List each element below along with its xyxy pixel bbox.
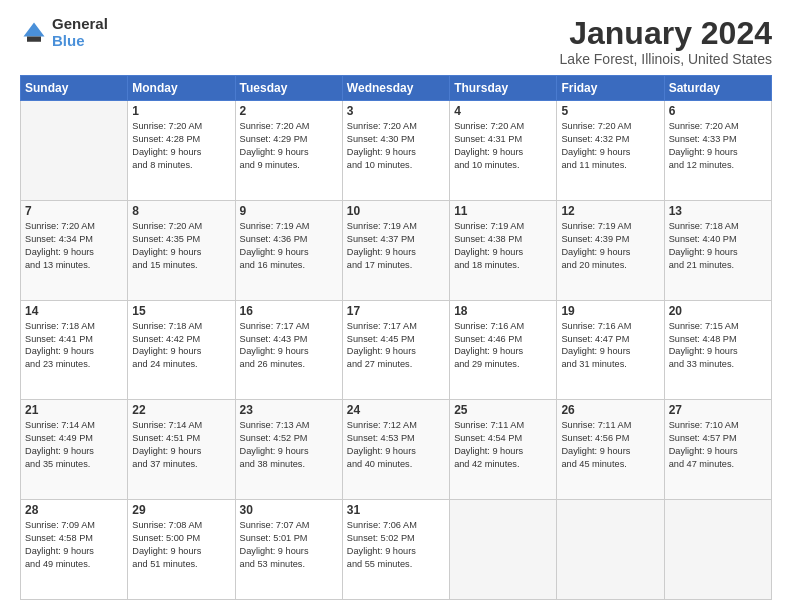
day-number: 4 xyxy=(454,104,552,118)
calendar-cell xyxy=(557,500,664,600)
calendar-cell: 23Sunrise: 7:13 AMSunset: 4:52 PMDayligh… xyxy=(235,400,342,500)
cell-content: Sunrise: 7:12 AMSunset: 4:53 PMDaylight:… xyxy=(347,419,445,471)
logo-general-text: General xyxy=(52,16,108,33)
page: General Blue January 2024 Lake Forest, I… xyxy=(0,0,792,612)
day-number: 13 xyxy=(669,204,767,218)
calendar-cell: 10Sunrise: 7:19 AMSunset: 4:37 PMDayligh… xyxy=(342,200,449,300)
calendar-cell: 5Sunrise: 7:20 AMSunset: 4:32 PMDaylight… xyxy=(557,101,664,201)
calendar-cell: 3Sunrise: 7:20 AMSunset: 4:30 PMDaylight… xyxy=(342,101,449,201)
calendar-cell: 29Sunrise: 7:08 AMSunset: 5:00 PMDayligh… xyxy=(128,500,235,600)
week-row-3: 14Sunrise: 7:18 AMSunset: 4:41 PMDayligh… xyxy=(21,300,772,400)
header-cell-wednesday: Wednesday xyxy=(342,76,449,101)
header-cell-friday: Friday xyxy=(557,76,664,101)
calendar-cell: 24Sunrise: 7:12 AMSunset: 4:53 PMDayligh… xyxy=(342,400,449,500)
calendar-cell: 21Sunrise: 7:14 AMSunset: 4:49 PMDayligh… xyxy=(21,400,128,500)
day-number: 27 xyxy=(669,403,767,417)
cell-content: Sunrise: 7:20 AMSunset: 4:31 PMDaylight:… xyxy=(454,120,552,172)
calendar-cell: 19Sunrise: 7:16 AMSunset: 4:47 PMDayligh… xyxy=(557,300,664,400)
calendar-cell: 4Sunrise: 7:20 AMSunset: 4:31 PMDaylight… xyxy=(450,101,557,201)
day-number: 5 xyxy=(561,104,659,118)
cell-content: Sunrise: 7:19 AMSunset: 4:37 PMDaylight:… xyxy=(347,220,445,272)
cell-content: Sunrise: 7:20 AMSunset: 4:33 PMDaylight:… xyxy=(669,120,767,172)
logo-blue-text: Blue xyxy=(52,33,108,50)
day-number: 18 xyxy=(454,304,552,318)
cell-content: Sunrise: 7:17 AMSunset: 4:45 PMDaylight:… xyxy=(347,320,445,372)
calendar-cell: 14Sunrise: 7:18 AMSunset: 4:41 PMDayligh… xyxy=(21,300,128,400)
week-row-1: 1Sunrise: 7:20 AMSunset: 4:28 PMDaylight… xyxy=(21,101,772,201)
day-number: 31 xyxy=(347,503,445,517)
calendar-cell: 12Sunrise: 7:19 AMSunset: 4:39 PMDayligh… xyxy=(557,200,664,300)
day-number: 14 xyxy=(25,304,123,318)
day-number: 29 xyxy=(132,503,230,517)
calendar-cell: 18Sunrise: 7:16 AMSunset: 4:46 PMDayligh… xyxy=(450,300,557,400)
day-number: 1 xyxy=(132,104,230,118)
logo: General Blue xyxy=(20,16,108,49)
header-cell-saturday: Saturday xyxy=(664,76,771,101)
day-number: 3 xyxy=(347,104,445,118)
day-number: 26 xyxy=(561,403,659,417)
calendar-cell: 13Sunrise: 7:18 AMSunset: 4:40 PMDayligh… xyxy=(664,200,771,300)
day-number: 10 xyxy=(347,204,445,218)
calendar-subtitle: Lake Forest, Illinois, United States xyxy=(560,51,772,67)
calendar-cell: 20Sunrise: 7:15 AMSunset: 4:48 PMDayligh… xyxy=(664,300,771,400)
cell-content: Sunrise: 7:18 AMSunset: 4:40 PMDaylight:… xyxy=(669,220,767,272)
cell-content: Sunrise: 7:10 AMSunset: 4:57 PMDaylight:… xyxy=(669,419,767,471)
header-cell-sunday: Sunday xyxy=(21,76,128,101)
calendar-cell: 15Sunrise: 7:18 AMSunset: 4:42 PMDayligh… xyxy=(128,300,235,400)
calendar-cell: 11Sunrise: 7:19 AMSunset: 4:38 PMDayligh… xyxy=(450,200,557,300)
header-row: SundayMondayTuesdayWednesdayThursdayFrid… xyxy=(21,76,772,101)
calendar-cell: 16Sunrise: 7:17 AMSunset: 4:43 PMDayligh… xyxy=(235,300,342,400)
calendar-cell: 2Sunrise: 7:20 AMSunset: 4:29 PMDaylight… xyxy=(235,101,342,201)
cell-content: Sunrise: 7:13 AMSunset: 4:52 PMDaylight:… xyxy=(240,419,338,471)
cell-content: Sunrise: 7:17 AMSunset: 4:43 PMDaylight:… xyxy=(240,320,338,372)
day-number: 28 xyxy=(25,503,123,517)
day-number: 24 xyxy=(347,403,445,417)
svg-marker-0 xyxy=(24,22,45,36)
calendar-cell: 31Sunrise: 7:06 AMSunset: 5:02 PMDayligh… xyxy=(342,500,449,600)
cell-content: Sunrise: 7:11 AMSunset: 4:54 PMDaylight:… xyxy=(454,419,552,471)
day-number: 22 xyxy=(132,403,230,417)
title-block: January 2024 Lake Forest, Illinois, Unit… xyxy=(560,16,772,67)
day-number: 19 xyxy=(561,304,659,318)
calendar-cell: 27Sunrise: 7:10 AMSunset: 4:57 PMDayligh… xyxy=(664,400,771,500)
cell-content: Sunrise: 7:20 AMSunset: 4:32 PMDaylight:… xyxy=(561,120,659,172)
calendar-cell: 30Sunrise: 7:07 AMSunset: 5:01 PMDayligh… xyxy=(235,500,342,600)
cell-content: Sunrise: 7:09 AMSunset: 4:58 PMDaylight:… xyxy=(25,519,123,571)
week-row-5: 28Sunrise: 7:09 AMSunset: 4:58 PMDayligh… xyxy=(21,500,772,600)
cell-content: Sunrise: 7:19 AMSunset: 4:39 PMDaylight:… xyxy=(561,220,659,272)
week-row-2: 7Sunrise: 7:20 AMSunset: 4:34 PMDaylight… xyxy=(21,200,772,300)
calendar-cell xyxy=(450,500,557,600)
logo-icon xyxy=(20,19,48,47)
calendar-table: SundayMondayTuesdayWednesdayThursdayFrid… xyxy=(20,75,772,600)
day-number: 23 xyxy=(240,403,338,417)
svg-rect-1 xyxy=(27,36,41,41)
calendar-cell: 17Sunrise: 7:17 AMSunset: 4:45 PMDayligh… xyxy=(342,300,449,400)
cell-content: Sunrise: 7:16 AMSunset: 4:47 PMDaylight:… xyxy=(561,320,659,372)
calendar-cell xyxy=(664,500,771,600)
day-number: 11 xyxy=(454,204,552,218)
calendar-cell xyxy=(21,101,128,201)
calendar-cell: 26Sunrise: 7:11 AMSunset: 4:56 PMDayligh… xyxy=(557,400,664,500)
day-number: 30 xyxy=(240,503,338,517)
day-number: 6 xyxy=(669,104,767,118)
day-number: 8 xyxy=(132,204,230,218)
calendar-title: January 2024 xyxy=(560,16,772,51)
cell-content: Sunrise: 7:16 AMSunset: 4:46 PMDaylight:… xyxy=(454,320,552,372)
cell-content: Sunrise: 7:20 AMSunset: 4:34 PMDaylight:… xyxy=(25,220,123,272)
day-number: 7 xyxy=(25,204,123,218)
cell-content: Sunrise: 7:20 AMSunset: 4:28 PMDaylight:… xyxy=(132,120,230,172)
week-row-4: 21Sunrise: 7:14 AMSunset: 4:49 PMDayligh… xyxy=(21,400,772,500)
day-number: 9 xyxy=(240,204,338,218)
cell-content: Sunrise: 7:14 AMSunset: 4:49 PMDaylight:… xyxy=(25,419,123,471)
header-cell-monday: Monday xyxy=(128,76,235,101)
header-cell-thursday: Thursday xyxy=(450,76,557,101)
cell-content: Sunrise: 7:07 AMSunset: 5:01 PMDaylight:… xyxy=(240,519,338,571)
header: General Blue January 2024 Lake Forest, I… xyxy=(20,16,772,67)
calendar-cell: 22Sunrise: 7:14 AMSunset: 4:51 PMDayligh… xyxy=(128,400,235,500)
day-number: 2 xyxy=(240,104,338,118)
day-number: 17 xyxy=(347,304,445,318)
cell-content: Sunrise: 7:20 AMSunset: 4:29 PMDaylight:… xyxy=(240,120,338,172)
cell-content: Sunrise: 7:08 AMSunset: 5:00 PMDaylight:… xyxy=(132,519,230,571)
day-number: 25 xyxy=(454,403,552,417)
day-number: 16 xyxy=(240,304,338,318)
